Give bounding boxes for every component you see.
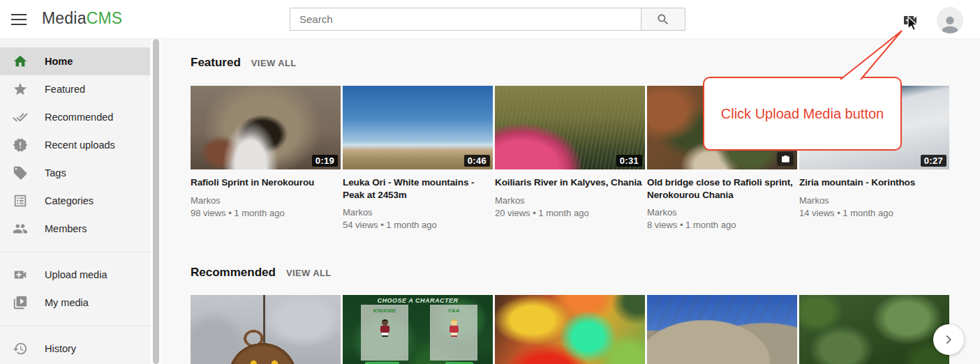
- game-character-yaa: [449, 319, 459, 340]
- sidebar-item-label: Categories: [45, 195, 94, 206]
- duration-badge: 0:46: [464, 155, 490, 167]
- sidebar-item-tags[interactable]: Tags: [0, 159, 150, 187]
- sidebar-item-members[interactable]: Members: [0, 215, 150, 243]
- sidebar: Home Featured Recommended Recent uploads…: [0, 39, 150, 364]
- video-call-icon: [902, 12, 919, 29]
- search-icon: [656, 13, 670, 26]
- sidebar-item-label: My media: [45, 297, 89, 308]
- search-bar: [290, 8, 685, 31]
- home-icon: [13, 54, 28, 69]
- chevron-right-icon: [941, 332, 956, 347]
- video-thumbnail[interactable]: 0:46: [343, 86, 493, 169]
- sidebar-item-categories[interactable]: Categories: [0, 187, 150, 215]
- game-character-name: KWAME: [362, 308, 408, 314]
- video-meta: 98 views • 1 month ago: [191, 207, 341, 220]
- carousel-next-button[interactable]: [933, 324, 964, 355]
- logo-text-media: Media: [42, 9, 87, 27]
- recommended-view-all-link[interactable]: VIEW ALL: [286, 268, 332, 278]
- featured-section-header: Featured VIEW ALL: [191, 56, 297, 70]
- video-thumbnail[interactable]: [191, 295, 341, 364]
- duration-badge: 0:19: [312, 155, 338, 167]
- recommended-cards-row: CHOOSE A CHARACTER KWAME YAA Selected Se…: [191, 295, 949, 364]
- video-title[interactable]: Rafioli Sprint in Nerokourou: [191, 176, 341, 189]
- video-thumbnail[interactable]: 0:31: [495, 86, 645, 169]
- upload-media-button[interactable]: [902, 12, 919, 29]
- video-card: [799, 295, 949, 364]
- sidebar-item-label: Tags: [45, 167, 66, 179]
- video-call-icon: [13, 267, 28, 282]
- video-card: [647, 295, 797, 364]
- person-icon: [938, 10, 962, 33]
- sidebar-item-label: Members: [45, 223, 87, 234]
- video-meta: 14 views • 1 month ago: [799, 207, 949, 220]
- sidebar-divider: [0, 326, 150, 326]
- sidebar-scrollbar-track: [150, 39, 162, 364]
- game-character-name: YAA: [431, 308, 477, 314]
- logo-text-cms: CMS: [87, 9, 123, 27]
- section-title-featured: Featured: [191, 56, 241, 70]
- sidebar-item-recommended[interactable]: Recommended: [0, 103, 150, 131]
- sidebar-scrollbar-thumb[interactable]: [153, 39, 159, 364]
- video-library-icon: [13, 295, 28, 310]
- user-avatar[interactable]: [937, 7, 963, 33]
- duration-badge: 0:31: [616, 155, 642, 167]
- hamburger-menu-icon[interactable]: [11, 14, 27, 25]
- game-character-panel: YAA: [430, 305, 477, 361]
- video-thumbnail[interactable]: [799, 295, 949, 364]
- search-input[interactable]: [290, 8, 641, 30]
- search-button[interactable]: [641, 8, 685, 30]
- tag-icon: [13, 165, 28, 181]
- video-title[interactable]: Old bridge close to Rafioli sprint, Nero…: [647, 176, 797, 201]
- camera-icon: [781, 155, 790, 164]
- sidebar-item-home[interactable]: Home: [0, 47, 150, 75]
- game-character-panel: KWAME: [361, 305, 408, 361]
- list-alt-icon: [13, 193, 28, 208]
- featured-view-all-link[interactable]: VIEW ALL: [251, 58, 297, 68]
- video-thumbnail[interactable]: 0:19: [191, 86, 341, 169]
- sidebar-item-label: Recent uploads: [45, 139, 115, 151]
- recommended-section-header: Recommended VIEW ALL: [191, 266, 332, 280]
- video-author[interactable]: Markos: [495, 195, 645, 207]
- video-meta: 54 views • 1 month ago: [343, 219, 493, 232]
- video-card: 0:31 Koiliaris River in Kalyves, Chania …: [495, 86, 645, 232]
- video-author[interactable]: Markos: [647, 206, 797, 219]
- annotation-text: Click Upload Media button: [721, 106, 884, 122]
- sidebar-item-recent-uploads[interactable]: Recent uploads: [0, 131, 150, 159]
- game-thumbnail-title: CHOOSE A CHARACTER: [343, 297, 493, 304]
- top-bar: MediaCMS: [0, 0, 980, 39]
- video-card: 0:46 Leuka Ori - White mountains - Peak …: [343, 86, 493, 232]
- video-title[interactable]: Leuka Ori - White mountains - Peak at 24…: [343, 176, 493, 201]
- video-title[interactable]: Koiliaris River in Kalyves, Chania: [495, 176, 645, 189]
- sidebar-item-label: Home: [45, 56, 73, 67]
- duration-badge: 0:27: [921, 155, 946, 167]
- sidebar-item-label: Upload media: [45, 269, 107, 280]
- double-check-icon: [13, 109, 28, 125]
- video-meta: 20 views • 1 month ago: [495, 207, 645, 220]
- video-card: CHOOSE A CHARACTER KWAME YAA Selected Se…: [343, 295, 493, 364]
- mediacms-logo[interactable]: MediaCMS: [42, 9, 122, 28]
- video-author[interactable]: Markos: [191, 195, 341, 207]
- sidebar-item-upload-media[interactable]: Upload media: [0, 261, 150, 289]
- video-card: [191, 295, 341, 364]
- video-author[interactable]: Markos: [799, 195, 949, 207]
- video-thumbnail[interactable]: CHOOSE A CHARACTER KWAME YAA Selected Se…: [343, 295, 493, 364]
- video-card: [495, 295, 645, 364]
- video-meta: 8 views • 1 month ago: [647, 219, 797, 232]
- sidebar-item-history[interactable]: History: [0, 335, 150, 363]
- sidebar-item-label: Recommended: [45, 112, 113, 123]
- game-character-kwame: [380, 319, 390, 340]
- video-thumbnail[interactable]: [495, 295, 645, 364]
- history-icon: [13, 341, 28, 356]
- sidebar-divider: [0, 252, 150, 252]
- video-thumbnail[interactable]: [647, 295, 797, 364]
- sidebar-item-label: Featured: [45, 84, 85, 95]
- video-card: 0:19 Rafioli Sprint in Nerokourou Markos…: [191, 86, 341, 232]
- video-title[interactable]: Ziria mountain - Korinthos: [799, 176, 949, 189]
- sidebar-item-my-media[interactable]: My media: [0, 289, 150, 317]
- photo-media-badge: [777, 152, 794, 166]
- video-author[interactable]: Markos: [343, 206, 493, 219]
- section-title-recommended: Recommended: [191, 266, 276, 280]
- sidebar-item-label: History: [45, 343, 76, 354]
- star-icon: [13, 82, 28, 97]
- sidebar-item-featured[interactable]: Featured: [0, 75, 150, 103]
